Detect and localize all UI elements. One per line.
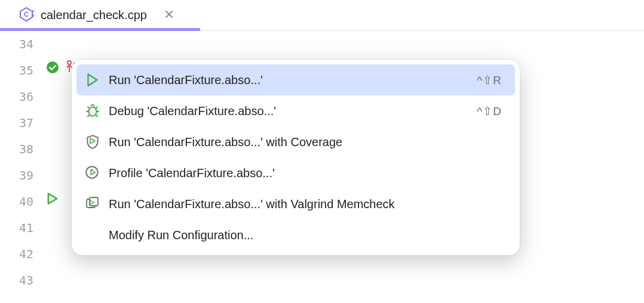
menu-item-shortcut: ^⇧R bbox=[477, 73, 502, 87]
menu-item-profile[interactable]: Profile 'CalendarFixture.abso...' bbox=[76, 157, 515, 188]
close-icon[interactable] bbox=[164, 9, 174, 22]
menu-item-label: Modify Run Configuration... bbox=[109, 228, 493, 242]
menu-item-label: Run 'CalendarFixture.abso...' with Cover… bbox=[109, 135, 493, 149]
menu-item-label: Run 'CalendarFixture.abso...' with Valgr… bbox=[109, 197, 493, 211]
menu-item-label: Profile 'CalendarFixture.abso...' bbox=[109, 166, 493, 180]
test-passed-icon[interactable] bbox=[45, 57, 60, 84]
menu-item-valgrind[interactable]: Run 'CalendarFixture.abso...' with Valgr… bbox=[76, 188, 515, 219]
line-number: 38 bbox=[0, 136, 33, 162]
menu-item-debug[interactable]: Debug 'CalendarFixture.abso...' ^⇧D bbox=[76, 95, 515, 126]
line-number-gutter: 34 35 36 37 38 39 40 41 42 43 bbox=[0, 31, 42, 303]
valgrind-icon bbox=[85, 196, 100, 212]
file-tab[interactable]: calendar_check.cpp bbox=[12, 0, 180, 30]
line-number: 35 bbox=[0, 57, 33, 84]
play-icon bbox=[85, 72, 100, 88]
line-number: 41 bbox=[0, 215, 33, 241]
editor-tabbar: calendar_check.cpp bbox=[0, 0, 644, 31]
file-tab-label: calendar_check.cpp bbox=[41, 8, 147, 22]
line-number: 36 bbox=[0, 84, 33, 110]
line-number: 40 bbox=[0, 188, 33, 215]
line-number: 43 bbox=[0, 267, 33, 293]
bug-icon bbox=[85, 103, 100, 119]
menu-item-label: Debug 'CalendarFixture.abso...' bbox=[109, 104, 468, 118]
line-number: 39 bbox=[0, 162, 33, 188]
menu-item-coverage[interactable]: Run 'CalendarFixture.abso...' with Cover… bbox=[76, 126, 515, 157]
cpp-file-icon bbox=[18, 6, 35, 25]
shield-play-icon bbox=[85, 134, 100, 150]
line-number: 37 bbox=[0, 110, 33, 136]
menu-item-label: Run 'CalendarFixture.abso...' bbox=[109, 73, 468, 87]
menu-item-run[interactable]: Run 'CalendarFixture.abso...' ^⇧R bbox=[76, 64, 515, 95]
clock-play-icon bbox=[85, 165, 100, 181]
menu-item-modify-config[interactable]: Modify Run Configuration... bbox=[76, 219, 515, 251]
line-number: 42 bbox=[0, 241, 33, 267]
run-gutter-icon[interactable] bbox=[45, 188, 60, 215]
line-number: 34 bbox=[0, 31, 33, 57]
menu-item-shortcut: ^⇧D bbox=[477, 104, 502, 118]
run-context-menu: Run 'CalendarFixture.abso...' ^⇧R Debug … bbox=[72, 60, 520, 255]
